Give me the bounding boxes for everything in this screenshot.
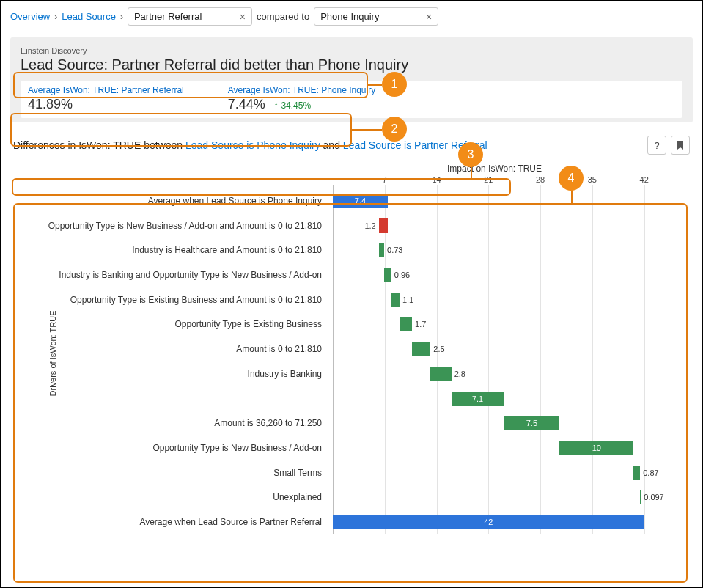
arrow-up-icon: ↑ <box>273 100 278 111</box>
bar-value-label: 10 <box>592 444 601 452</box>
waterfall-bar[interactable] <box>412 342 430 356</box>
gridline <box>540 185 541 534</box>
gridline <box>488 185 489 534</box>
diff-and: and <box>320 139 343 151</box>
bar-value-label: -1.2 <box>362 221 376 230</box>
gridline <box>592 185 593 534</box>
waterfall-bar[interactable] <box>400 317 412 331</box>
stat-delta-value: 34.45% <box>281 100 311 111</box>
callout-arm-2 <box>352 129 382 131</box>
x-tick-label: 14 <box>432 175 441 184</box>
category-label: Amount is 36,260 to 71,250 <box>214 418 322 428</box>
compare-value-b-text: Phone Inquiry <box>320 11 379 22</box>
category-label: Opportunity Type is Existing Business an… <box>70 295 322 305</box>
chart-plot-area: 714212835427.4-1.20.730.961.11.72.52.87.… <box>333 188 666 534</box>
category-label: Average when Lead Source is Phone Inquir… <box>148 196 322 206</box>
bar-value-label: 7.1 <box>472 394 483 403</box>
chart-category-labels: Average when Lead Source is Phone Inquir… <box>25 188 329 534</box>
callout-badge-text: 2 <box>391 122 398 136</box>
chart-container: Impact on IsWon: TRUE Drivers of IsWon: … <box>13 159 690 539</box>
breadcrumb-lead-source[interactable]: Lead Source <box>62 11 116 22</box>
summary-panel: Einstein Discovery Lead Source: Partner … <box>10 37 693 122</box>
einstein-discovery-label: Einstein Discovery <box>21 46 682 55</box>
waterfall-bar[interactable] <box>633 466 640 480</box>
breadcrumb-overview[interactable]: Overview <box>10 11 50 22</box>
bar-value-label: 0.96 <box>394 271 410 279</box>
chart-title: Impact on IsWon: TRUE <box>333 163 656 174</box>
close-icon[interactable]: × <box>240 12 246 22</box>
gridline <box>644 185 645 534</box>
gridline <box>437 185 438 534</box>
category-label: Industry is Banking <box>248 369 322 379</box>
category-label: Unexplained <box>273 492 322 502</box>
chevron-right-icon: › <box>120 12 123 22</box>
x-tick-label: 21 <box>484 175 493 184</box>
differences-text: Differences in IsWon: TRUE between Lead … <box>13 139 487 151</box>
gridline <box>385 185 386 534</box>
differences-header-row: Differences in IsWon: TRUE between Lead … <box>13 136 690 155</box>
bookmark-icon <box>677 140 684 150</box>
x-tick-label: 35 <box>588 175 597 184</box>
waterfall-bar[interactable] <box>379 218 388 233</box>
stat-delta: ↑ 34.45% <box>273 100 311 111</box>
waterfall-bar[interactable] <box>379 243 384 257</box>
bar-value-label: 0.87 <box>643 468 658 477</box>
x-tick-label: 42 <box>640 175 649 184</box>
waterfall-bar[interactable] <box>384 268 391 282</box>
category-label: Industry is Banking and Opportunity Type… <box>59 270 322 280</box>
compare-value-b-pill[interactable]: Phone Inquiry × <box>314 7 438 26</box>
bar-value-label: 7.4 <box>355 196 366 205</box>
question-icon: ? <box>654 140 659 151</box>
bar-value-label: 7.5 <box>526 419 537 427</box>
category-label: Amount is 0 to 21,810 <box>236 344 322 354</box>
x-tick-label: 28 <box>536 175 545 184</box>
category-label: Average when Lead Source is Partner Refe… <box>139 517 322 527</box>
category-label: Industry is Healthcare and Amount is 0 t… <box>132 245 322 255</box>
category-label: Opportunity Type is Existing Business <box>174 319 322 329</box>
diff-link-b[interactable]: Lead Source is Partner Referral <box>343 139 487 151</box>
bar-value-label: 2.8 <box>454 370 465 378</box>
diff-prefix: Differences in IsWon: TRUE between <box>13 139 185 151</box>
bar-value-label: 1.1 <box>402 295 413 304</box>
category-label: Small Terms <box>273 468 322 478</box>
bar-value-label: 1.7 <box>415 320 426 328</box>
stat-phone-inquiry: Average IsWon: TRUE: Phone Inquiry 7.44%… <box>228 85 375 112</box>
x-tick-label: 7 <box>383 175 387 184</box>
stat-label: Average IsWon: TRUE: Phone Inquiry <box>228 85 375 95</box>
category-label: Opportunity Type is New Business / Add-o… <box>152 443 322 453</box>
category-label: Opportunity Type is New Business / Add-o… <box>48 221 322 231</box>
bar-value-label: 0.097 <box>644 493 664 501</box>
bar-value-label: 2.5 <box>433 345 444 353</box>
stats-row: Average IsWon: TRUE: Partner Referral 41… <box>21 81 682 118</box>
bar-value-label: 0.73 <box>387 246 402 254</box>
close-icon[interactable]: × <box>426 12 432 22</box>
chevron-right-icon: › <box>54 12 57 22</box>
waterfall-bar[interactable] <box>430 367 451 381</box>
stat-label: Average IsWon: TRUE: Partner Referral <box>28 85 184 95</box>
compare-value-a-text: Partner Referral <box>134 11 202 22</box>
bar-value-label: 42 <box>484 518 493 526</box>
stat-value: 41.89% <box>28 97 184 112</box>
breadcrumb: Overview › Lead Source › Partner Referra… <box>1 1 702 33</box>
bookmark-button[interactable] <box>671 136 690 155</box>
waterfall-bar[interactable] <box>640 490 641 504</box>
stat-partner-referral: Average IsWon: TRUE: Partner Referral 41… <box>28 85 184 112</box>
waterfall-bar[interactable] <box>391 293 400 307</box>
stat-value: 7.44% <box>228 97 265 111</box>
compare-value-a-pill[interactable]: Partner Referral × <box>128 7 252 26</box>
diff-link-a[interactable]: Lead Source is Phone Inquiry <box>185 139 320 151</box>
insight-title: Lead Source: Partner Referral did better… <box>21 56 682 79</box>
help-button[interactable]: ? <box>647 136 666 155</box>
compared-to-label: compared to <box>257 11 309 22</box>
